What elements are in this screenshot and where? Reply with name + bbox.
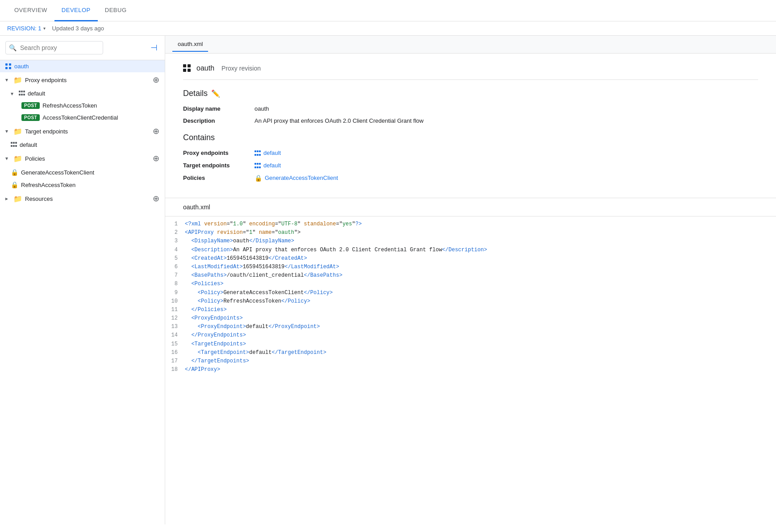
add-policy-button[interactable]: ⊕ bbox=[153, 154, 159, 163]
target-default-icon bbox=[11, 142, 17, 148]
edit-icon[interactable]: ✏️ bbox=[211, 89, 220, 98]
details-section: Details ✏️ Display name oauth Descriptio… bbox=[183, 89, 758, 124]
grid-icon bbox=[5, 63, 12, 70]
contains-section: Contains Proxy endpoints default bbox=[183, 133, 758, 182]
sidebar-policy-refresh-access-token[interactable]: 🔒 RefreshAccessToken bbox=[0, 179, 165, 191]
contains-policies-label: Policies bbox=[183, 175, 254, 181]
line-content-9: <Policy>GenerateAccessTokenClient</Polic… bbox=[185, 289, 772, 297]
code-line-2: 2 <APIProxy revision="1" name="oauth"> bbox=[165, 229, 776, 237]
code-line-1: 1 <?xml version="1.0" encoding="UTF-8" s… bbox=[165, 220, 776, 229]
line-num-13: 13 bbox=[169, 323, 185, 331]
description-row: Description An API proxy that enforces O… bbox=[183, 117, 758, 124]
line-num-4: 4 bbox=[169, 246, 185, 254]
line-content-6: <LastModifiedAt>1659451643819</LastModif… bbox=[185, 263, 772, 271]
contains-target-endpoints-label: Target endpoints bbox=[183, 162, 254, 169]
line-content-7: <BasePaths>/oauth/client_credential</Bas… bbox=[185, 271, 772, 280]
details-panel: oauth Proxy revision Details ✏️ Display … bbox=[165, 54, 776, 198]
lock-icon: 🔒 bbox=[11, 181, 18, 188]
code-line-6: 6 <LastModifiedAt>1659451643819</LastMod… bbox=[165, 263, 776, 271]
contains-target-endpoints-row: Target endpoints default bbox=[183, 162, 758, 169]
code-section: oauth.xml 1 <?xml version="1.0" encoding… bbox=[165, 198, 776, 378]
sidebar-section-proxy-endpoints[interactable]: ▾ 📁 Proxy endpoints ⊕ bbox=[0, 72, 165, 87]
tab-debug[interactable]: DEBUG bbox=[98, 0, 134, 21]
lock-icon: 🔒 bbox=[11, 169, 18, 176]
top-nav: OVERVIEW DEVELOP DEBUG bbox=[0, 0, 776, 21]
code-line-16: 16 <TargetEndpoint>default</TargetEndpoi… bbox=[165, 349, 776, 357]
target-default-label: default bbox=[20, 141, 37, 148]
code-line-9: 9 <Policy>GenerateAccessTokenClient</Pol… bbox=[165, 289, 776, 297]
line-content-16: <TargetEndpoint>default</TargetEndpoint> bbox=[185, 349, 772, 357]
post-badge: POST bbox=[21, 114, 40, 121]
line-num-16: 16 bbox=[169, 349, 185, 357]
code-line-11: 11 </Policies> bbox=[165, 306, 776, 314]
code-line-13: 13 <ProxyEndpoint>default</ProxyEndpoint… bbox=[165, 323, 776, 331]
chevron-right-icon: ▸ bbox=[5, 195, 11, 202]
file-tab-oauth-xml[interactable]: oauth.xml bbox=[172, 37, 208, 52]
sidebar-section-resources[interactable]: ▸ 📁 Resources ⊕ bbox=[0, 191, 165, 206]
folder-icon: 📁 bbox=[13, 127, 22, 136]
chevron-down-icon: ▾ bbox=[11, 91, 16, 97]
folder-icon: 📁 bbox=[13, 154, 22, 163]
display-name-value: oauth bbox=[254, 105, 269, 112]
sidebar-proxy-default[interactable]: ▾ default bbox=[0, 87, 165, 100]
contains-proxy-endpoints-icon bbox=[254, 150, 261, 157]
tab-develop[interactable]: DEVELOP bbox=[54, 0, 98, 21]
line-content-3: <DisplayName>oauth</DisplayName> bbox=[185, 237, 772, 245]
line-content-12: <ProxyEndpoints> bbox=[185, 314, 772, 323]
collapse-sidebar-button[interactable]: ⊣ bbox=[149, 41, 159, 54]
line-content-5: <CreatedAt>1659451643819</CreatedAt> bbox=[185, 254, 772, 263]
line-num-9: 9 bbox=[169, 289, 185, 297]
line-num-3: 3 bbox=[169, 237, 185, 245]
sidebar-item-oauth[interactable]: oauth bbox=[0, 60, 165, 72]
sidebar-policy-generate-access-token[interactable]: 🔒 GenerateAccessTokenClient bbox=[0, 166, 165, 179]
line-num-18: 18 bbox=[169, 366, 185, 374]
line-num-14: 14 bbox=[169, 331, 185, 340]
proxy-header: oauth Proxy revision bbox=[183, 64, 758, 80]
sidebar-section-target-endpoints[interactable]: ▾ 📁 Target endpoints ⊕ bbox=[0, 124, 165, 139]
line-content-1: <?xml version="1.0" encoding="UTF-8" sta… bbox=[185, 220, 772, 229]
proxy-default-icon bbox=[19, 91, 25, 97]
search-bar: 🔍 ⊣ bbox=[0, 36, 165, 60]
sidebar-oauth-label: oauth bbox=[14, 63, 29, 70]
line-num-5: 5 bbox=[169, 254, 185, 263]
add-resource-button[interactable]: ⊕ bbox=[153, 194, 159, 204]
search-icon: 🔍 bbox=[9, 44, 17, 51]
code-editor[interactable]: 1 <?xml version="1.0" encoding="UTF-8" s… bbox=[165, 216, 776, 378]
contains-policies-link[interactable]: GenerateAccessTokenClient bbox=[265, 175, 338, 181]
add-target-endpoint-button[interactable]: ⊕ bbox=[153, 126, 159, 136]
revision-updated: Updated 3 days ago bbox=[52, 25, 104, 32]
sidebar-item-refresh-access-token[interactable]: POST RefreshAccessToken bbox=[0, 100, 165, 112]
line-content-4: <Description>An API proxy that enforces … bbox=[185, 246, 772, 254]
add-proxy-endpoint-button[interactable]: ⊕ bbox=[153, 75, 159, 85]
contains-proxy-endpoints-row: Proxy endpoints default bbox=[183, 150, 758, 157]
sidebar-target-default[interactable]: default bbox=[0, 139, 165, 151]
line-content-14: </ProxyEndpoints> bbox=[185, 331, 772, 340]
content-scroll: oauth Proxy revision Details ✏️ Display … bbox=[165, 54, 776, 524]
line-num-11: 11 bbox=[169, 306, 185, 314]
contains-proxy-endpoints-link[interactable]: default bbox=[263, 150, 281, 156]
contains-title: Contains bbox=[183, 133, 758, 142]
line-content-10: <Policy>RefreshAccessToken</Policy> bbox=[185, 297, 772, 306]
code-line-18: 18 </APIProxy> bbox=[165, 366, 776, 374]
search-input[interactable] bbox=[5, 41, 103, 54]
lock-icon: 🔒 bbox=[254, 175, 262, 182]
tab-overview[interactable]: OVERVIEW bbox=[7, 0, 54, 21]
line-num-6: 6 bbox=[169, 263, 185, 271]
contains-target-endpoints-link[interactable]: default bbox=[263, 162, 281, 169]
revision-dropdown[interactable]: REVISION: 1 ▾ bbox=[7, 25, 49, 32]
line-num-12: 12 bbox=[169, 314, 185, 323]
display-name-row: Display name oauth bbox=[183, 105, 758, 112]
code-title: oauth.xml bbox=[165, 198, 776, 216]
line-num-8: 8 bbox=[169, 280, 185, 288]
search-input-wrap: 🔍 bbox=[5, 41, 145, 54]
code-line-7: 7 <BasePaths>/oauth/client_credential</B… bbox=[165, 271, 776, 280]
chevron-down-icon: ▾ bbox=[5, 155, 11, 162]
line-num-10: 10 bbox=[169, 297, 185, 306]
details-title: Details ✏️ bbox=[183, 89, 758, 98]
line-content-18: </APIProxy> bbox=[185, 366, 772, 374]
line-content-17: </TargetEndpoints> bbox=[185, 357, 772, 366]
resources-label: Resources bbox=[25, 195, 53, 202]
sidebar-item-access-token-client-credential[interactable]: POST AccessTokenClientCredential bbox=[0, 112, 165, 124]
chevron-down-icon: ▾ bbox=[43, 26, 49, 31]
sidebar-section-policies[interactable]: ▾ 📁 Policies ⊕ bbox=[0, 151, 165, 166]
